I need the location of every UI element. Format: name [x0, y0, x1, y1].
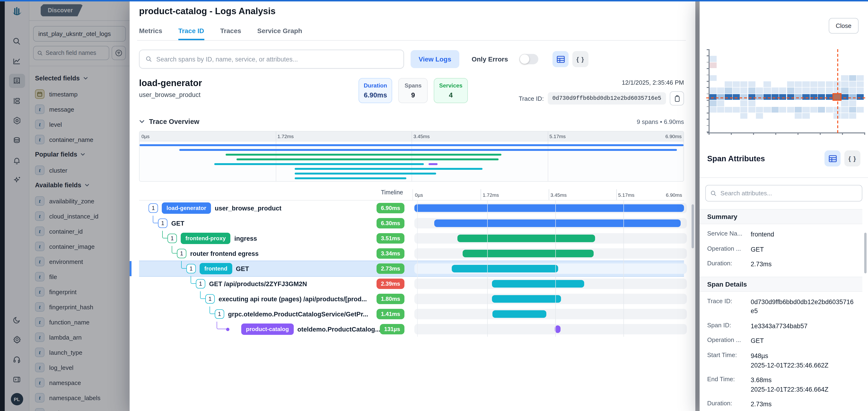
attribute-row: Operation ...GET: [700, 334, 862, 349]
axis-tick-label: 0µs: [415, 192, 423, 197]
timeline-span-bar[interactable]: [463, 250, 594, 257]
minimap-span-bar: [214, 163, 424, 165]
timeline-track: [414, 218, 687, 228]
span-collapse-toggle[interactable]: 1: [167, 234, 177, 243]
heatmap-cell: [725, 107, 732, 113]
span-search-input[interactable]: [139, 50, 404, 69]
table-icon: [557, 56, 564, 63]
timeline-span-bar[interactable]: [492, 280, 584, 288]
span-collapse-toggle[interactable]: 1: [205, 294, 215, 304]
json-view-button[interactable]: { }: [572, 51, 588, 67]
span-collapse-toggle[interactable]: 1: [158, 219, 167, 228]
heatmap-cell: [740, 113, 748, 119]
heatmap-cell: [841, 100, 848, 106]
heatmap-cell: [733, 81, 740, 87]
chevron-down-icon[interactable]: [139, 120, 145, 123]
attribute-label: Span ID:: [707, 322, 751, 331]
span-row[interactable]: 1grpc.oteldemo.ProductCatalogService/Get…: [139, 307, 684, 322]
span-row[interactable]: 1GET /api/products/2ZYFJ3GM2N2.39ms: [139, 276, 684, 291]
span-collapse-toggle[interactable]: 1: [186, 264, 196, 273]
span-name: GET: [171, 220, 184, 227]
heatmap-cell: [733, 88, 740, 94]
tab-trace-id[interactable]: Trace ID: [178, 27, 204, 40]
span-duration-badge: 6.30ms: [377, 218, 404, 228]
only-errors-toggle[interactable]: [519, 54, 538, 64]
trace-overview-minimap[interactable]: 0µs1.72ms3.45ms5.17ms6.90ms: [139, 131, 684, 182]
copy-trace-id-button[interactable]: [670, 91, 684, 105]
heatmap-cell: [787, 94, 794, 100]
heatmap-cell: [787, 88, 794, 94]
span-row[interactable]: 1router frontend egress3.34ms: [139, 246, 684, 261]
attribute-value: frontend: [751, 230, 774, 239]
timeline-span-bar[interactable]: [414, 204, 684, 212]
close-button[interactable]: Close: [829, 18, 859, 34]
span-row[interactable]: 1executing api route (pages) /api/produc…: [139, 291, 684, 307]
attributes-json-view-button[interactable]: { }: [844, 150, 861, 166]
attribute-value: 3.68ms2025-12-01T22:35:46.664Z: [751, 376, 829, 394]
span-attributes-title: Span Attributes: [707, 154, 765, 163]
heatmap-cell: [709, 88, 717, 94]
timeline-span-bar[interactable]: [457, 234, 595, 242]
top-accent-bar: [0, 0, 868, 1]
tab-traces[interactable]: Traces: [220, 27, 241, 40]
span-duration-badge: 1.80ms: [377, 294, 404, 304]
timeline-span-bar[interactable]: [452, 265, 558, 273]
heatmap-cell: [771, 94, 779, 100]
heatmap-cell: [725, 88, 732, 94]
heatmap-cell: [709, 62, 717, 68]
view-logs-button[interactable]: View Logs: [411, 50, 459, 68]
only-errors-label: Only Errors: [472, 55, 508, 63]
attribute-value: GET: [751, 245, 764, 254]
timeline-track: [414, 263, 687, 274]
table-icon: [829, 155, 837, 162]
span-search-field[interactable]: [156, 56, 397, 63]
span-name: GET: [236, 265, 249, 272]
heatmap-cell: [779, 107, 786, 113]
span-name: GET /api/products/2ZYFJ3GM2N: [209, 280, 307, 287]
timeline-span-bar[interactable]: [492, 310, 546, 318]
span-row[interactable]: 1frontend-proxyingress3.51ms: [139, 231, 684, 246]
span-row[interactable]: 1GET6.30ms: [139, 216, 684, 231]
heatmap-cell: [733, 107, 740, 113]
span-collapse-toggle[interactable]: 1: [215, 309, 224, 319]
heatmap-cell: [849, 107, 856, 113]
span-row-selected[interactable]: 1frontendGET2.73ms: [139, 261, 684, 276]
attribute-search-input[interactable]: [705, 185, 862, 201]
attributes-list[interactable]: SummaryService Na...frontendOperation ..…: [700, 209, 862, 411]
modal-scrollbar[interactable]: [691, 204, 694, 248]
modal-tabs: MetricsTrace IDTracesService Graph: [139, 27, 684, 40]
span-collapse-toggle[interactable]: 1: [149, 203, 158, 213]
heatmap-cell: [764, 88, 771, 94]
heatmap-cell: [857, 88, 864, 94]
attributes-scrollbar[interactable]: [864, 233, 867, 273]
heatmap-cell: [717, 88, 724, 94]
heatmap-cell: [740, 88, 748, 94]
heatmap-cell: [857, 81, 864, 87]
attribute-value: 2.73ms: [751, 400, 772, 409]
heatmap-cell: [849, 94, 856, 100]
heatmap-cell: [841, 107, 848, 113]
heatmap-cell: [740, 81, 748, 87]
span-name: executing api route (pages) /api/product…: [219, 295, 367, 303]
attributes-table-view-button[interactable]: [825, 150, 841, 166]
heatmap-cell: [771, 88, 779, 94]
heatmap-cell: [826, 88, 833, 94]
attribute-value: GET: [751, 337, 764, 346]
span-name: ingress: [235, 235, 257, 242]
table-view-button[interactable]: [553, 51, 568, 67]
heatmap-cell: [756, 94, 763, 100]
timeline-span-bar[interactable]: [492, 295, 561, 303]
trace-stat-cards: Duration6.90msSpans9Services4: [359, 78, 468, 103]
span-row[interactable]: product-catalogoteldemo.ProductCatalog..…: [139, 322, 684, 337]
timeline-span-bar[interactable]: [434, 219, 681, 227]
span-name: router frontend egress: [190, 250, 259, 257]
attribute-search-field[interactable]: [720, 190, 857, 197]
heatmap-cell: [725, 81, 732, 87]
tab-metrics[interactable]: Metrics: [139, 27, 162, 40]
heatmap-cell: [709, 94, 717, 100]
span-row[interactable]: 1load-generatoruser_browse_product6.90ms: [139, 200, 684, 216]
tab-service-graph[interactable]: Service Graph: [257, 27, 302, 40]
span-collapse-toggle[interactable]: 1: [196, 279, 205, 288]
heatmap-cell: [795, 88, 802, 94]
span-collapse-toggle[interactable]: 1: [177, 249, 186, 258]
